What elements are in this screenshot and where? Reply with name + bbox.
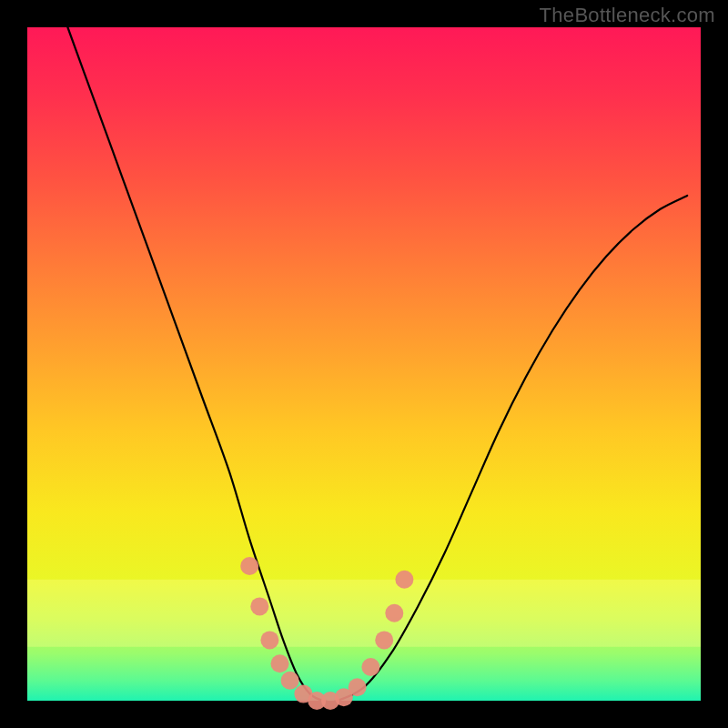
plot-highlight-band	[27, 580, 701, 647]
curve-marker	[361, 658, 379, 676]
curve-marker	[395, 571, 413, 589]
curve-marker	[240, 557, 258, 575]
curve-marker	[375, 631, 393, 649]
curve-marker	[271, 654, 289, 672]
curve-marker	[349, 678, 367, 696]
curve-marker	[385, 604, 403, 622]
curve-marker	[250, 597, 268, 615]
curve-marker	[260, 631, 278, 649]
curve-marker	[281, 672, 299, 690]
bottleneck-chart	[0, 0, 728, 728]
chart-frame: TheBottleneck.com	[0, 0, 728, 728]
watermark-text: TheBottleneck.com	[540, 4, 715, 27]
